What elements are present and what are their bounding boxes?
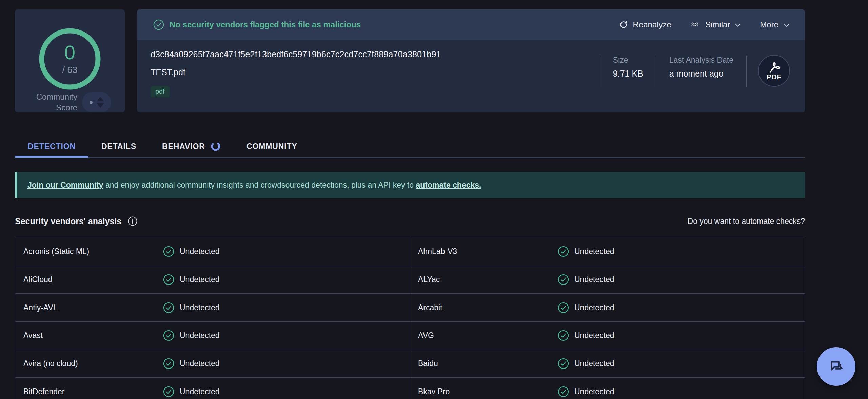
vendor-name: Baidu	[418, 359, 558, 368]
status-label: Undetected	[180, 359, 220, 368]
check-circle-icon	[163, 386, 174, 397]
vendor-name: Bkav Pro	[418, 387, 558, 396]
status-label: Undetected	[180, 247, 220, 256]
status-label: Undetected	[180, 331, 220, 340]
vote-dot-icon	[90, 101, 93, 104]
forum-chat-icon	[827, 357, 845, 376]
vendor-cell: Acronis (Static ML) Undetected	[15, 237, 410, 266]
pdf-badge-label: PDF	[767, 73, 782, 81]
status-label: Undetected	[574, 387, 614, 396]
status-label: Undetected	[574, 275, 614, 284]
reanalyze-button[interactable]: Reanalyze	[619, 20, 671, 29]
vendor-status: Undetected	[558, 330, 805, 341]
waves-icon	[690, 21, 701, 28]
refresh-icon	[619, 20, 628, 29]
size-label: Size	[613, 56, 643, 65]
join-community-banner: Join our Community and enjoy additional …	[15, 172, 805, 198]
check-circle-icon	[163, 358, 174, 369]
file-name: TEST.pdf	[151, 67, 441, 77]
table-row: Antiy-AVL Undetected Arcabit Undetected	[15, 293, 805, 321]
tab-community-label: COMMUNITY	[246, 142, 297, 151]
status-label: Undetected	[180, 275, 220, 284]
community-vote-widget[interactable]	[82, 92, 111, 112]
vendor-status: Undetected	[163, 330, 410, 341]
pdf-file-icon: PDF	[758, 55, 790, 87]
chevron-down-icon	[783, 23, 790, 27]
vendor-cell: Bkav Pro Undetected	[410, 378, 805, 399]
table-row: AliCloud Undetected ALYac Undetected	[15, 266, 805, 294]
vendor-name: AliCloud	[23, 275, 163, 284]
join-community-link[interactable]: Join our Community	[27, 181, 103, 190]
tab-behavior[interactable]: BEHAVIOR	[149, 135, 234, 157]
tab-details-label: DETAILS	[101, 142, 136, 151]
vendor-cell: AVG Undetected	[410, 322, 805, 350]
file-type-tag[interactable]: pdf	[151, 86, 170, 97]
vendor-name: BitDefender	[23, 387, 163, 396]
status-label: Undetected	[574, 303, 614, 312]
vendor-status: Undetected	[558, 358, 805, 369]
vendor-status: Undetected	[163, 358, 410, 369]
check-circle-icon	[153, 19, 164, 30]
last-analysis-label: Last Analysis Date	[669, 56, 733, 65]
status-label: Undetected	[574, 331, 614, 340]
engines-total: / 63	[62, 65, 77, 76]
status-label: Undetected	[180, 303, 220, 312]
tab-details[interactable]: DETAILS	[88, 135, 149, 157]
table-row: Avast Undetected AVG Undetected	[15, 321, 805, 350]
file-hash[interactable]: d3c84a09265f7aac471f5e2f13bedf6c59719b6c…	[151, 49, 441, 59]
vendor-cell: BitDefender Undetected	[15, 378, 410, 399]
report-tabs: DETECTION DETAILS BEHAVIOR COMMUNITY	[15, 135, 805, 158]
check-circle-icon	[163, 330, 174, 341]
check-circle-icon	[558, 302, 569, 313]
vendor-status: Undetected	[558, 302, 805, 313]
check-circle-icon	[558, 274, 569, 285]
vendor-cell: Arcabit Undetected	[410, 294, 805, 321]
detection-score-ring: 0 / 63	[39, 28, 101, 90]
vendor-status: Undetected	[558, 274, 805, 285]
acrobat-glyph-icon	[767, 61, 782, 74]
tab-detection[interactable]: DETECTION	[15, 135, 88, 157]
more-button[interactable]: More	[760, 20, 790, 29]
vendor-name: Antiy-AVL	[23, 303, 163, 312]
status-label: Undetected	[574, 247, 614, 256]
table-row: Avira (no cloud) Undetected Baidu Undete…	[15, 350, 805, 378]
vendor-name: Avast	[23, 331, 163, 340]
check-circle-icon	[163, 302, 174, 313]
vote-up-icon[interactable]	[97, 97, 104, 101]
check-circle-icon	[163, 246, 174, 257]
vendor-cell: Baidu Undetected	[410, 350, 805, 378]
vendor-name: Avira (no cloud)	[23, 359, 163, 368]
similar-button[interactable]: Similar	[690, 20, 741, 29]
vendor-cell: ALYac Undetected	[410, 266, 805, 294]
vendor-name: AVG	[418, 331, 558, 340]
vendor-status: Undetected	[558, 246, 805, 257]
vendor-status: Undetected	[163, 246, 410, 257]
check-circle-icon	[163, 274, 174, 285]
automate-question: Do you want to automate checks?	[688, 217, 805, 226]
status-label: Undetected	[574, 359, 614, 368]
vendor-cell: AhnLab-V3 Undetected	[410, 237, 805, 266]
check-circle-icon	[558, 358, 569, 369]
vendor-status: Undetected	[163, 386, 410, 397]
file-report-header: No security vendors flagged this file as…	[137, 9, 805, 112]
automate-checks-link[interactable]: automate checks.	[416, 181, 481, 190]
chat-fab-button[interactable]	[817, 347, 855, 386]
vendor-status: Undetected	[163, 274, 410, 285]
detections-count: 0	[64, 43, 75, 62]
vendor-cell: Avast Undetected	[15, 322, 410, 350]
table-row: BitDefender Undetected Bkav Pro Undetect…	[15, 377, 805, 399]
vendor-cell: Avira (no cloud) Undetected	[15, 350, 410, 378]
vendor-status: Undetected	[163, 302, 410, 313]
last-analysis-value: a moment ago	[669, 69, 733, 79]
table-row: Acronis (Static ML) Undetected AhnLab-V3…	[15, 237, 805, 266]
banner-text: and enjoy additional community insights …	[103, 181, 416, 190]
vote-down-icon[interactable]	[97, 103, 104, 108]
tab-community[interactable]: COMMUNITY	[234, 135, 310, 157]
vendor-name: Acronis (Static ML)	[23, 247, 163, 256]
chevron-down-icon	[735, 23, 741, 27]
check-circle-icon	[558, 330, 569, 341]
more-label: More	[760, 20, 778, 29]
size-value: 9.71 KB	[613, 69, 643, 79]
info-icon[interactable]	[127, 216, 138, 226]
divider	[746, 56, 747, 87]
